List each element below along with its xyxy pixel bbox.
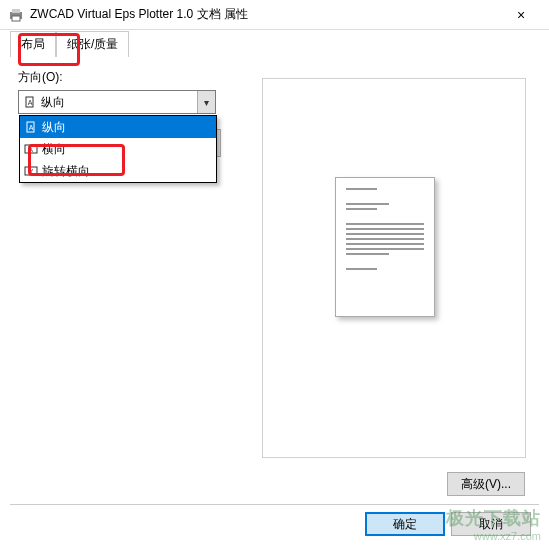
annotation-highlight-option: [28, 144, 125, 176]
svg-rect-1: [12, 9, 20, 13]
orientation-label: 方向(O):: [18, 69, 223, 86]
close-button[interactable]: ×: [501, 0, 541, 30]
cancel-button[interactable]: 取消: [451, 512, 531, 536]
printer-icon: [8, 7, 24, 23]
dialog-buttons: 确定 取消: [365, 512, 531, 536]
option-portrait[interactable]: A 纵向: [20, 116, 216, 138]
svg-rect-2: [12, 16, 20, 21]
orientation-combobox[interactable]: A 纵向 ▾ A 纵向 A 横向: [18, 90, 216, 114]
advanced-button[interactable]: 高级(V)...: [447, 472, 525, 496]
chevron-down-icon: ▾: [204, 97, 209, 108]
ok-button[interactable]: 确定: [365, 512, 445, 536]
page-preview: [335, 177, 435, 317]
separator: [10, 504, 539, 505]
portrait-icon: A: [23, 96, 37, 108]
window-title: ZWCAD Virtual Eps Plotter 1.0 文档 属性: [30, 6, 501, 23]
dropdown-button[interactable]: ▾: [197, 91, 215, 113]
svg-text:A: A: [28, 99, 33, 106]
svg-text:A: A: [29, 124, 34, 131]
titlebar: ZWCAD Virtual Eps Plotter 1.0 文档 属性 ×: [0, 0, 549, 30]
annotation-highlight-tab: [18, 33, 80, 66]
portrait-icon: A: [24, 121, 38, 133]
orientation-selected: A 纵向: [19, 94, 197, 111]
orientation-group: 方向(O): A 纵向 ▾ A 纵向: [18, 69, 223, 505]
tab-bar: 布局 纸张/质量: [10, 31, 549, 57]
preview-panel: [262, 78, 526, 458]
